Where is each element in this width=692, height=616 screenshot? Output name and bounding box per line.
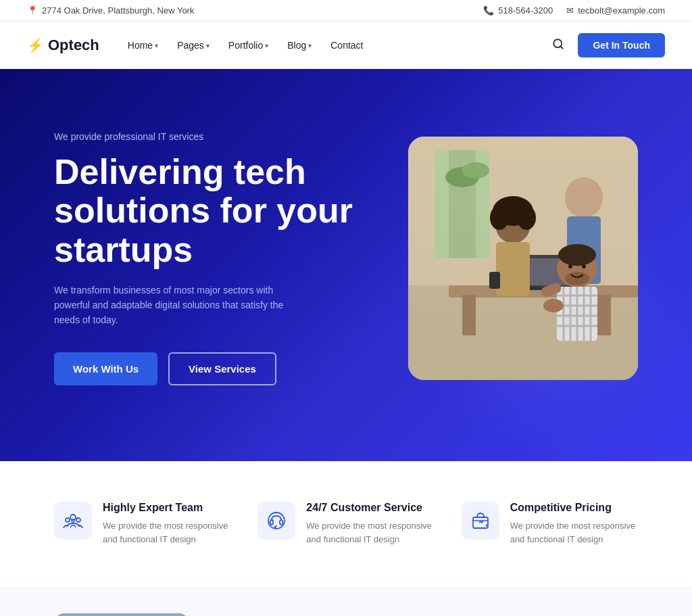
svg-rect-48	[473, 517, 488, 528]
feature-text-pricing: Competitive Pricing We provide the most …	[510, 502, 638, 546]
nav-pages-label: Pages	[177, 40, 204, 51]
hero-subtitle: We provide professional IT services	[54, 131, 368, 142]
feature-desc-pricing: We provide the most responsive and funct…	[510, 519, 638, 546]
bottom-peek-section	[0, 586, 692, 616]
topbar-left: 📍 2774 Oak Drive, Plattsburgh, New York	[27, 5, 194, 16]
email-icon: ✉	[566, 5, 574, 16]
location-icon: 📍	[27, 5, 38, 16]
nav-item-contact[interactable]: Contact	[322, 34, 371, 56]
nav-item-pages[interactable]: Pages ▾	[169, 34, 218, 56]
feature-icon-pricing-wrap	[462, 502, 499, 540]
hero-image	[408, 137, 638, 380]
view-services-button[interactable]: View Services	[168, 352, 276, 385]
feature-icon-support-wrap	[257, 502, 295, 540]
svg-point-43	[72, 519, 74, 522]
chevron-down-icon: ▾	[155, 42, 158, 49]
search-button[interactable]	[549, 35, 567, 56]
feature-item-team: Highly Expert Team We provide the most r…	[54, 502, 230, 546]
feature-item-support: 24/7 Customer Service We provide the mos…	[257, 502, 434, 546]
feature-title-pricing: Competitive Pricing	[510, 502, 638, 514]
phone-text: 518-564-3200	[498, 5, 553, 16]
get-in-touch-button[interactable]: Get In Touch	[578, 33, 665, 57]
work-with-us-button[interactable]: Work With Us	[54, 352, 157, 385]
hero-title: Delivering tech solutions for your start…	[54, 153, 368, 269]
phone-icon: 📞	[483, 5, 494, 16]
nav-actions: Get In Touch	[549, 33, 665, 57]
features-section: Highly Expert Team We provide the most r…	[0, 461, 692, 586]
feature-title-team: Highly Expert Team	[103, 502, 230, 514]
topbar-phone: 📞 518-564-3200	[483, 5, 553, 16]
nav-links: Home ▾ Pages ▾ Portfolio ▾ Blog ▾ Contac…	[120, 34, 550, 56]
nav-home-label: Home	[128, 40, 153, 51]
feature-text-team: Highly Expert Team We provide the most r…	[103, 502, 230, 546]
topbar-address: 📍 2774 Oak Drive, Plattsburgh, New York	[27, 5, 194, 16]
svg-rect-39	[408, 137, 638, 380]
svg-line-1	[561, 46, 563, 48]
team-image-svg	[408, 137, 638, 380]
nav-contact-label: Contact	[330, 40, 363, 51]
navbar: ⚡ Optech Home ▾ Pages ▾ Portfolio ▾ Blog…	[0, 22, 692, 69]
search-icon	[552, 38, 564, 50]
topbar: 📍 2774 Oak Drive, Plattsburgh, New York …	[0, 0, 692, 22]
headset-icon	[266, 511, 287, 531]
feature-desc-team: We provide the most responsive and funct…	[103, 519, 230, 546]
nav-portfolio-label: Portfolio	[228, 40, 263, 51]
logo-icon: ⚡	[27, 37, 44, 53]
feature-icon-team-wrap	[54, 502, 92, 540]
chevron-down-icon: ▾	[206, 42, 209, 49]
bottom-image-peek	[54, 613, 189, 616]
svg-rect-46	[280, 520, 282, 525]
chevron-down-icon: ▾	[308, 42, 312, 49]
svg-point-50	[485, 525, 487, 527]
nav-blog-label: Blog	[287, 40, 306, 51]
svg-rect-52	[54, 613, 189, 616]
hero-image-wrap	[408, 137, 638, 380]
svg-rect-45	[270, 520, 273, 525]
topbar-email: ✉ tecbolt@example.com	[566, 5, 665, 16]
logo[interactable]: ⚡ Optech	[27, 37, 99, 54]
hero-description: We transform businesses of most major se…	[54, 283, 311, 328]
hero-buttons: Work With Us View Services	[54, 352, 368, 385]
feature-title-support: 24/7 Customer Service	[306, 502, 434, 514]
pricing-icon	[470, 511, 491, 531]
email-text: tecbolt@example.com	[578, 5, 665, 16]
nav-item-blog[interactable]: Blog ▾	[279, 34, 320, 56]
feature-text-support: 24/7 Customer Service We provide the mos…	[306, 502, 434, 546]
bottom-peek-svg	[54, 613, 189, 616]
address-text: 2774 Oak Drive, Plattsburgh, New York	[42, 5, 194, 16]
team-icon	[63, 511, 83, 531]
hero-section: We provide professional IT services Deli…	[0, 69, 692, 461]
hero-content: We provide professional IT services Deli…	[54, 131, 368, 385]
feature-item-pricing: Competitive Pricing We provide the most …	[462, 502, 638, 546]
svg-point-41	[66, 518, 70, 522]
nav-item-portfolio[interactable]: Portfolio ▾	[220, 34, 276, 56]
logo-text: Optech	[48, 37, 99, 54]
chevron-down-icon: ▾	[265, 42, 268, 49]
feature-desc-support: We provide the most responsive and funct…	[306, 519, 434, 546]
topbar-right: 📞 518-564-3200 ✉ tecbolt@example.com	[483, 5, 665, 16]
svg-point-47	[274, 526, 276, 528]
svg-point-42	[76, 518, 80, 522]
nav-item-home[interactable]: Home ▾	[120, 34, 166, 56]
